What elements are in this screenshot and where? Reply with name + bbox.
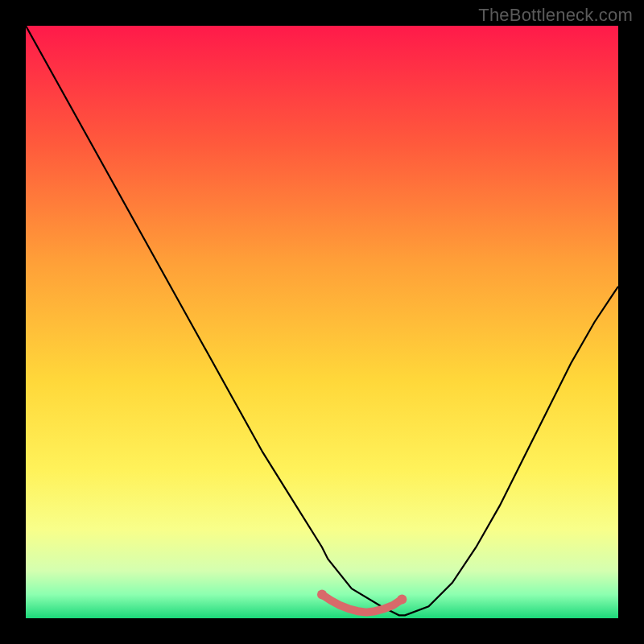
watermark-label: TheBottleneck.com: [478, 5, 633, 26]
chart-svg: [26, 26, 618, 618]
gradient-background: [26, 26, 618, 618]
plot-area: [26, 26, 618, 618]
marker-endpoint: [317, 590, 327, 600]
marker-endpoint: [397, 594, 407, 604]
